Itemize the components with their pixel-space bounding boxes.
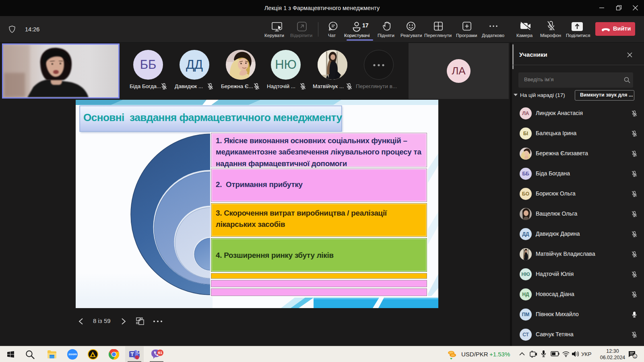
svg-text:1: 1 — [634, 355, 636, 358]
svg-text:61: 61 — [158, 350, 163, 355]
